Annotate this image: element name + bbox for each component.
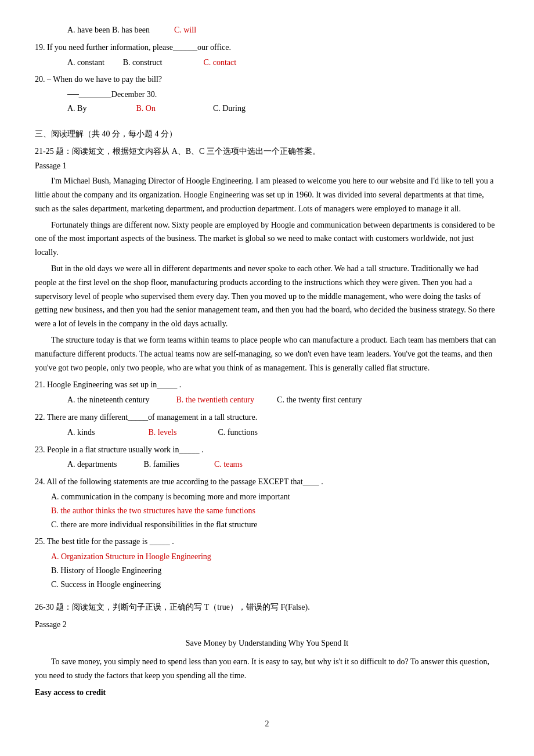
- p2-title: Save Money by Understanding Why You Spen…: [35, 636, 499, 650]
- q18-options-line: A. have been B. has been C. will: [67, 23, 499, 37]
- q24-options: A. communication in the company is becom…: [51, 490, 499, 531]
- q25-option-b: B. History of Hoogle Engineering: [51, 564, 499, 578]
- q18-options-ab: A. have been B. has been: [67, 26, 150, 34]
- p1-para2: Fortunately things are different now. Si…: [35, 218, 499, 260]
- q21-text: 21. Hoogle Engineering was set up in____…: [35, 378, 499, 392]
- section3b-instruction: 26-30 题：阅读短文，判断句子正误，正确的写 T（true），错误的写 F(…: [35, 600, 499, 614]
- section3-title: 三、阅读理解（共 40 分，每小题 4 分）: [35, 127, 499, 141]
- q22-option-c: C. functions: [218, 426, 257, 440]
- q24-text: 24. All of the following statements are …: [35, 475, 499, 489]
- section3-instruction: 21-25 题：阅读短文，根据短文内容从 A、B、C 三个选项中选出一个正确答案…: [35, 145, 499, 159]
- p2-para1: To save money, you simply need to spend …: [35, 655, 499, 683]
- q22-option-b: B. levels: [148, 426, 176, 440]
- q21-option-a: A. the nineteenth century: [67, 393, 150, 407]
- q23-option-c: C. teams: [214, 458, 243, 471]
- p2-subtitle: Easy access to credit: [35, 686, 499, 700]
- q21-option-b: B. the twentieth century: [176, 393, 255, 407]
- q25-option-c: C. Success in Hoogle engineering: [51, 578, 499, 592]
- q19-options: A. constant B. construct C. contact: [67, 56, 499, 70]
- passage1-label: Passage 1: [35, 159, 499, 173]
- q19-option-c: C. contact: [203, 56, 236, 70]
- q24-option-a: A. communication in the company is becom…: [51, 490, 499, 504]
- q22-option-a: A. kinds: [67, 426, 95, 440]
- q23-option-b: B. families: [144, 458, 179, 471]
- page-content: A. have been B. has been C. will 19. If …: [35, 23, 499, 731]
- q24-option-c: C. there are more individual responsibil…: [51, 518, 499, 532]
- p1-para1: I'm Michael Bush, Managing Director of H…: [35, 174, 499, 215]
- q23-options: A. departments B. families C. teams: [67, 458, 499, 471]
- q18-option-c: C. will: [174, 26, 196, 34]
- p1-para4: The structure today is that we form team…: [35, 333, 499, 375]
- q20-option-b: B. On: [136, 102, 155, 116]
- q20-dash-line: ──________December 30.: [67, 88, 499, 102]
- q25-option-a: A. Organization Structure in Hoogle Engi…: [51, 550, 499, 564]
- q23-text: 23. People in a flat structure usually w…: [35, 443, 499, 457]
- page-number: 2: [35, 717, 499, 731]
- q20-option-a: A. By: [67, 102, 86, 116]
- q20-option-c: C. During: [213, 102, 246, 116]
- q20-options: A. By B. On C. During: [67, 102, 499, 116]
- q25-options: A. Organization Structure in Hoogle Engi…: [51, 550, 499, 591]
- q21-option-c: C. the twenty first century: [277, 393, 362, 407]
- passage2-label: Passage 2: [35, 618, 499, 632]
- q20-text: 20. – When do we have to pay the bill?: [35, 73, 499, 87]
- q22-options: A. kinds B. levels C. functions: [67, 426, 499, 440]
- q25-text: 25. The best title for the passage is __…: [35, 535, 499, 549]
- q19-option-a: A. constant: [67, 56, 104, 70]
- q19-option-b: B. construct: [123, 56, 163, 70]
- q21-options: A. the nineteenth century B. the twentie…: [67, 393, 499, 407]
- p1-para3: But in the old days we were all in diffe…: [35, 262, 499, 331]
- q19-text: 19. If you need further information, ple…: [35, 41, 499, 55]
- q24-option-b: B. the author thinks the two structures …: [51, 504, 499, 518]
- q22-text: 22. There are many different_____of mana…: [35, 411, 499, 424]
- q23-option-a: A. departments: [67, 458, 117, 471]
